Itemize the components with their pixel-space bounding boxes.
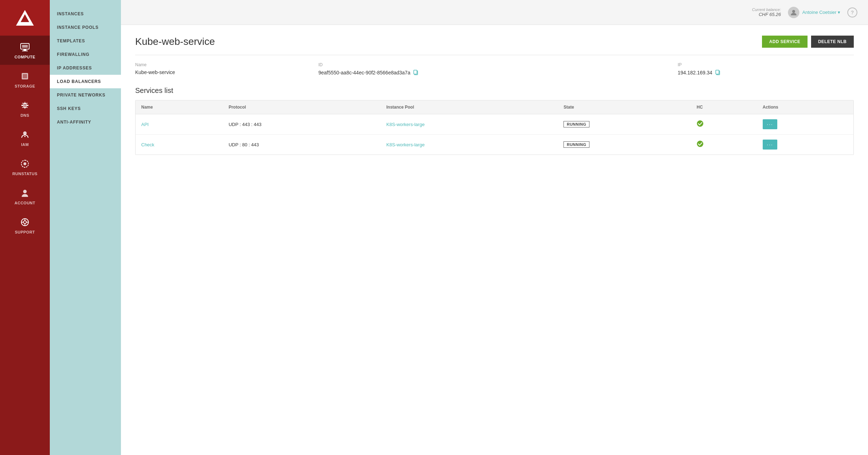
balance-label: Current balance: (752, 7, 781, 12)
user-avatar (788, 7, 799, 18)
account-icon (19, 187, 31, 199)
pool-link-1[interactable]: K8S-workers-large (386, 142, 425, 147)
cell-state-0: RUNNING (558, 114, 691, 135)
col-header-name: Name (136, 100, 223, 114)
sidebar-item-storage[interactable]: STORAGE (0, 65, 50, 94)
svg-point-31 (697, 141, 703, 147)
action-button-1[interactable]: ··· (763, 140, 778, 150)
col-header-actions: Actions (757, 100, 853, 114)
storage-icon (19, 70, 31, 82)
hc-check-1 (697, 142, 704, 149)
action-button-0[interactable]: ··· (763, 119, 778, 129)
svg-point-12 (27, 105, 28, 106)
user-name: Antoine Coetsier ▾ (802, 10, 840, 15)
hc-check-0 (697, 121, 704, 129)
nav-ssh-keys[interactable]: SSH KEYS (50, 102, 121, 115)
info-ip: IP 194.182.169.34 (678, 62, 854, 76)
cell-hc-1 (691, 135, 757, 155)
svg-point-20 (23, 221, 26, 224)
svg-point-17 (23, 162, 26, 165)
nav-instance-pools[interactable]: INSTANCE POOLS (50, 21, 121, 34)
col-header-protocol: Protocol (223, 100, 381, 114)
sidebar-item-iam[interactable]: IAM (0, 123, 50, 152)
sidebar-item-account[interactable]: ACCOUNT (0, 182, 50, 211)
cell-hc-0 (691, 114, 757, 135)
sidebar-item-runstatus[interactable]: RUNSTATUS (0, 152, 50, 182)
cell-actions-1: ··· (757, 135, 853, 155)
svg-point-18 (23, 190, 27, 193)
info-name: Name Kube-web-service (135, 62, 311, 76)
info-grid: Name Kube-web-service ID 9eaf5550-aa8c-4… (135, 62, 854, 76)
state-badge-0: RUNNING (563, 121, 589, 127)
table-row: API UDP : 443 : 443 K8S-workers-large RU… (136, 114, 853, 135)
table-row: Check UDP : 80 : 443 K8S-workers-large R… (136, 135, 853, 155)
cell-protocol-0: UDP : 443 : 443 (223, 114, 381, 135)
pool-link-0[interactable]: K8S-workers-large (386, 122, 425, 127)
svg-rect-29 (716, 70, 719, 74)
ip-label: IP (678, 62, 854, 67)
sidebar-item-compute-label: COMPUTE (15, 55, 36, 59)
name-label: Name (135, 62, 311, 67)
col-header-hc: HC (691, 100, 757, 114)
main-area: Current balance: CHF 65.26 Antoine Coets… (121, 0, 868, 455)
logo-triangle-icon (16, 10, 34, 26)
id-label: ID (318, 62, 671, 67)
delete-nlb-button[interactable]: DELETE NLB (811, 36, 854, 48)
sidebar-item-dns[interactable]: DNS (0, 94, 50, 123)
sidebar-left: COMPUTE STORAGE DNS (0, 0, 50, 455)
svg-rect-27 (414, 70, 417, 74)
help-button[interactable]: ? (847, 7, 857, 17)
svg-rect-3 (22, 51, 28, 51)
header-buttons: ADD SERVICE DELETE NLB (762, 36, 854, 48)
balance-info: Current balance: CHF 65.26 (752, 7, 781, 17)
svg-point-25 (792, 10, 795, 13)
svg-point-30 (697, 120, 703, 127)
col-header-state: State (558, 100, 691, 114)
balance-amount: CHF 65.26 (752, 12, 781, 17)
name-value: Kube-web-service (135, 69, 311, 75)
cell-actions-0: ··· (757, 114, 853, 135)
copy-ip-icon[interactable] (715, 69, 721, 76)
sidebar-item-support[interactable]: SUPPORT (0, 211, 50, 240)
nav-load-balancers[interactable]: LOAD BALANCERS (50, 75, 121, 88)
page-header: Kube-web-service ADD SERVICE DELETE NLB (135, 36, 854, 48)
compute-icon (19, 41, 31, 53)
ip-value: 194.182.169.34 (678, 69, 854, 76)
services-section-title: Services list (135, 87, 854, 95)
nav-ip-addresses[interactable]: IP ADDRESSES (50, 61, 121, 75)
services-table-container: Name Protocol Instance Pool State HC Act… (135, 100, 854, 155)
sidebar-item-compute[interactable]: COMPUTE (0, 36, 50, 65)
logo[interactable] (0, 0, 50, 36)
sidebar-item-iam-label: IAM (21, 142, 29, 147)
cell-name-0: API (136, 114, 223, 135)
nav-instances[interactable]: INSTANCES (50, 7, 121, 21)
sidebar-item-storage-label: STORAGE (15, 84, 35, 88)
service-link-0[interactable]: API (141, 122, 149, 127)
content-area: Kube-web-service ADD SERVICE DELETE NLB … (121, 25, 868, 455)
state-badge-1: RUNNING (563, 141, 589, 148)
nav-anti-affinity[interactable]: ANTI-AFFINITY (50, 115, 121, 129)
copy-id-icon[interactable] (413, 69, 419, 76)
svg-rect-5 (23, 74, 27, 78)
id-value: 9eaf5550-aa8c-44ec-90f2-8566e8ad3a7a (318, 69, 671, 76)
svg-point-13 (23, 131, 27, 135)
info-id: ID 9eaf5550-aa8c-44ec-90f2-8566e8ad3a7a (318, 62, 671, 76)
cell-protocol-1: UDP : 80 : 443 (223, 135, 381, 155)
runstatus-icon (19, 158, 31, 169)
sidebar-item-account-label: ACCOUNT (15, 201, 36, 205)
sidebar-item-runstatus-label: RUNSTATUS (12, 172, 38, 176)
iam-icon (19, 129, 31, 140)
nav-firewalling[interactable]: FIREWALLING (50, 48, 121, 61)
svg-rect-2 (23, 49, 26, 51)
nav-templates[interactable]: TEMPLATES (50, 34, 121, 48)
add-service-button[interactable]: ADD SERVICE (762, 36, 807, 48)
cell-state-1: RUNNING (558, 135, 691, 155)
svg-point-11 (21, 105, 23, 106)
sidebar-item-dns-label: DNS (21, 113, 30, 117)
service-link-1[interactable]: Check (141, 142, 154, 147)
nav-private-networks[interactable]: PRIVATE NETWORKS (50, 88, 121, 102)
dns-icon (19, 100, 31, 111)
cell-pool-1: K8S-workers-large (381, 135, 558, 155)
user-menu[interactable]: Antoine Coetsier ▾ (788, 7, 840, 18)
sidebar-item-support-label: SUPPORT (15, 230, 35, 234)
